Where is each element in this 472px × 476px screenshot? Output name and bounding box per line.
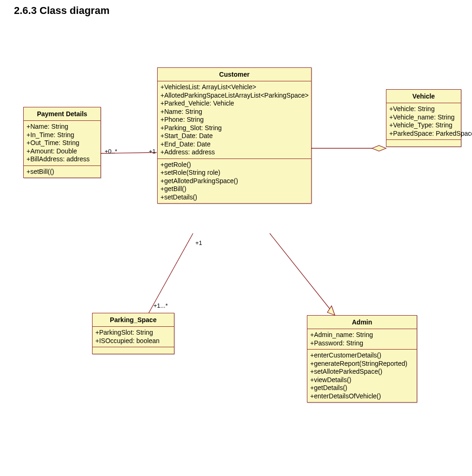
attribute: +ParkedSpace: ParkedSpace bbox=[389, 130, 458, 138]
class-name: Customer bbox=[158, 68, 311, 81]
attribute: +Amount: Double bbox=[27, 147, 98, 156]
operation: +getDetails() bbox=[310, 384, 414, 392]
attributes-section: +Vehicle: String +Vehicle_name: String +… bbox=[386, 103, 461, 140]
attribute: +AllotedParkingSpaceListArrayList<Parkin… bbox=[160, 92, 308, 100]
mult-customer-parking-top: +1 bbox=[195, 239, 202, 246]
attribute: +Vehicle_name: String bbox=[389, 113, 458, 122]
class-name: Payment Details bbox=[24, 107, 100, 121]
attributes-section: +VehiclesList: ArrayList<Vehicle> +Allot… bbox=[158, 81, 311, 159]
attribute: +Name: String bbox=[27, 123, 98, 131]
attribute: +Phone: String bbox=[160, 116, 308, 124]
operation: +setBill(() bbox=[27, 168, 98, 176]
attributes-section: +Name: String +In_Time: String +Out_Time… bbox=[24, 121, 100, 166]
mult-payment-side: +0..* bbox=[105, 148, 117, 155]
attribute: +In_Time: String bbox=[27, 131, 98, 139]
class-customer[interactable]: Customer +VehiclesList: ArrayList<Vehicl… bbox=[157, 67, 312, 204]
diagram-canvas: +0..* +1 +1 +1...* Customer +VehiclesLis… bbox=[9, 33, 460, 465]
section-heading: 2.6.3 Class diagram bbox=[14, 5, 109, 17]
mult-customer-parking-bottom: +1...* bbox=[153, 302, 168, 309]
operation: +getRole() bbox=[160, 161, 308, 169]
aggregation-diamond-icon bbox=[372, 145, 386, 151]
mult-customer-side: +1 bbox=[149, 148, 156, 155]
operation: +viewDetails() bbox=[310, 376, 414, 384]
attribute: +VehiclesList: ArrayList<Vehicle> bbox=[160, 83, 308, 92]
operation: +setRole(String role) bbox=[160, 169, 308, 177]
operation: +getBill() bbox=[160, 185, 308, 193]
class-payment-details[interactable]: Payment Details +Name: String +In_Time: … bbox=[23, 107, 101, 178]
attribute: +ParkingSlot: String bbox=[95, 329, 171, 337]
operation: +generateReport(StringReported) bbox=[310, 360, 414, 368]
operations-section bbox=[93, 347, 174, 354]
operation: +enterDetailsOfVehicle() bbox=[310, 392, 414, 401]
operations-section bbox=[386, 140, 461, 146]
attribute: +BillAddress: address bbox=[27, 155, 98, 164]
attribute: +Parking_Slot: String bbox=[160, 124, 308, 132]
operation: +enterCustomerDetails() bbox=[310, 351, 414, 360]
operation: +getAllotedParkingSpace() bbox=[160, 177, 308, 185]
assoc-customer-parking bbox=[149, 233, 193, 313]
operations-section: +enterCustomerDetails() +generateReport(… bbox=[307, 350, 417, 402]
class-name: Parking_Space bbox=[93, 313, 174, 327]
class-admin[interactable]: Admin +Admin_name: String +Password: Str… bbox=[307, 315, 417, 403]
operation: +setDetails() bbox=[160, 193, 308, 202]
attribute: +Vehicle: String bbox=[389, 105, 458, 113]
attribute: +End_Date: Date bbox=[160, 140, 308, 149]
attribute: +Address: address bbox=[160, 148, 308, 157]
class-vehicle[interactable]: Vehicle +Vehicle: String +Vehicle_name: … bbox=[386, 89, 461, 147]
attributes-section: +Admin_name: String +Password: String bbox=[307, 329, 417, 350]
attributes-section: +ParkingSlot: String +ISOccupied: boolea… bbox=[93, 327, 174, 347]
attribute: +Parked_Vehicle: Vehicle bbox=[160, 99, 308, 108]
attribute: +ISOccupied: boolean bbox=[95, 337, 171, 345]
operations-section: +getRole() +setRole(String role) +getAll… bbox=[158, 159, 311, 204]
attribute: +Start_Date: Date bbox=[160, 132, 308, 140]
class-name: Vehicle bbox=[386, 90, 461, 103]
operation: +setAlloteParkedSpace() bbox=[310, 368, 414, 376]
attribute: +Password: String bbox=[310, 339, 414, 348]
gen-admin-customer bbox=[270, 233, 335, 315]
attribute: +Name: String bbox=[160, 108, 308, 116]
attribute: +Vehicle_Type: String bbox=[389, 121, 458, 130]
class-name: Admin bbox=[307, 316, 417, 329]
attribute: +Out_Time: String bbox=[27, 139, 98, 147]
operations-section: +setBill(() bbox=[24, 166, 100, 178]
class-parking-space[interactable]: Parking_Space +ParkingSlot: String +ISOc… bbox=[92, 313, 174, 354]
generalization-arrow-icon bbox=[327, 306, 335, 315]
attribute: +Admin_name: String bbox=[310, 331, 414, 339]
